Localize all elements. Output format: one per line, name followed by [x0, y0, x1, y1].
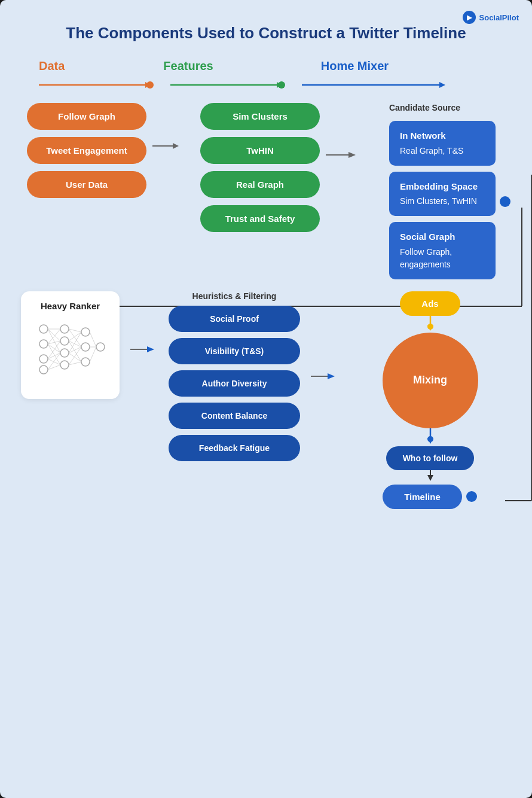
- svg-line-52: [90, 332, 96, 347]
- svg-line-31: [48, 329, 60, 341]
- feature-pill-trust-safety: Trust and Safety: [200, 205, 320, 232]
- mixing-column: Ads Mixing Who to foll: [349, 291, 511, 509]
- heuristics-column: Heuristics & Filtering Social Proof Visi…: [169, 291, 300, 461]
- feature-pill-real-graph: Real Graph: [200, 171, 320, 198]
- top-section: Follow Graph Tweet Engagement User Data …: [21, 103, 511, 279]
- heuristic-social-proof: Social Proof: [169, 306, 300, 332]
- data-to-features-arrow: [152, 139, 182, 153]
- svg-marker-9: [173, 143, 179, 149]
- data-pill-follow-graph: Follow Graph: [27, 103, 146, 130]
- flow-arrows-row: [21, 78, 511, 92]
- svg-marker-11: [348, 152, 356, 158]
- heavy-ranker-section: Heavy Ranker: [21, 291, 120, 399]
- mixing-circle: Mixing: [383, 333, 478, 428]
- svg-line-44: [69, 332, 81, 341]
- heuristic-visibility: Visibility (T&S): [169, 338, 300, 364]
- embedding-subtitle: Sim Clusters, TwHIN: [400, 195, 485, 208]
- svg-point-29: [96, 343, 105, 351]
- candidate-box-network: In Network Real Graph, T&S: [389, 121, 496, 166]
- timeline-pill: Timeline: [383, 485, 462, 509]
- social-graph-title: Social Graph: [400, 230, 485, 244]
- svg-point-12: [500, 196, 510, 207]
- features-label: Features: [163, 59, 213, 73]
- candidate-box-social-graph: Social Graph Follow Graph, engagements: [389, 222, 496, 279]
- page: ▶ SocialPilot The Components Used to Con…: [0, 0, 532, 798]
- candidate-right-dot: [499, 196, 511, 208]
- home-mixer-arrow: [296, 78, 451, 92]
- svg-point-26: [81, 328, 90, 336]
- ads-pill: Ads: [400, 291, 460, 316]
- network-subtitle: Real Graph, T&S: [400, 145, 485, 157]
- candidate-box-embedding: Embedding Space Sim Clusters, TwHIN: [389, 172, 496, 217]
- svg-line-54: [90, 347, 96, 362]
- heuristic-feedback-fatigue: Feedback Fatigue: [169, 435, 300, 461]
- data-arrow: [33, 78, 164, 92]
- data-pill-tweet-engagement: Tweet Engagement: [27, 137, 146, 164]
- logo-icon: ▶: [463, 11, 476, 24]
- svg-point-18: [39, 325, 48, 333]
- bottom-section: Heavy Ranker: [21, 291, 511, 509]
- heuristic-author-diversity: Author Diversity: [169, 370, 300, 397]
- ranker-to-heuristics-arrow: [130, 342, 158, 357]
- svg-point-21: [39, 366, 48, 374]
- heuristic-pills: Social Proof Visibility (T&S) Author Div…: [169, 306, 300, 461]
- logo: ▶ SocialPilot: [463, 11, 519, 24]
- network-title: In Network: [400, 129, 485, 143]
- mixing-to-who-arrow: [424, 428, 436, 446]
- logo-text: SocialPilot: [479, 13, 519, 22]
- svg-marker-56: [147, 346, 154, 352]
- svg-line-32: [48, 329, 60, 353]
- page-title: The Components Used to Construct a Twitt…: [21, 24, 511, 42]
- feature-pill-twhin: TwHIN: [200, 137, 320, 164]
- flow-labels: Data Features Home Mixer: [21, 59, 511, 73]
- svg-point-67: [466, 491, 477, 502]
- svg-marker-7: [439, 82, 445, 88]
- candidate-section: Candidate Source In Network Real Graph, …: [389, 103, 496, 279]
- candidate-label: Candidate Source: [389, 103, 496, 112]
- svg-line-49: [69, 353, 81, 362]
- svg-point-28: [81, 358, 90, 366]
- features-arrow: [164, 78, 296, 92]
- home-mixer-label: Home Mixer: [321, 59, 389, 73]
- svg-point-22: [60, 325, 69, 333]
- data-column: Follow Graph Tweet Engagement User Data: [27, 103, 146, 198]
- svg-point-27: [81, 343, 90, 351]
- data-label: Data: [39, 59, 65, 73]
- heavy-ranker-title: Heavy Ranker: [41, 301, 100, 311]
- heavy-ranker-box: Heavy Ranker: [21, 291, 120, 399]
- who-to-timeline-arrow: [424, 470, 436, 485]
- timeline-group: Timeline: [383, 485, 478, 509]
- data-pill-user-data: User Data: [27, 171, 146, 198]
- svg-point-19: [39, 340, 48, 348]
- features-to-candidate-arrow: [326, 148, 359, 162]
- svg-point-25: [60, 361, 69, 369]
- social-graph-subtitle: Follow Graph, engagements: [400, 246, 485, 271]
- bottom-row: Heavy Ranker: [21, 291, 511, 509]
- svg-line-35: [48, 344, 60, 353]
- svg-marker-58: [328, 373, 335, 379]
- ads-to-mixing-arrow: [424, 316, 436, 333]
- ads-group: Ads: [400, 291, 460, 333]
- neural-net-diagram: [35, 317, 106, 377]
- top-row: Follow Graph Tweet Engagement User Data …: [21, 103, 511, 279]
- svg-marker-66: [427, 475, 433, 481]
- svg-point-24: [60, 349, 69, 357]
- heuristics-to-mixing-arrow: [311, 369, 338, 383]
- who-to-follow-pill: Who to follow: [386, 446, 475, 470]
- heuristic-content-balance: Content Balance: [169, 403, 300, 429]
- svg-line-33: [48, 329, 60, 344]
- feature-pill-sim-clusters: Sim Clusters: [200, 103, 320, 130]
- features-column: Sim Clusters TwHIN Real Graph Trust and …: [200, 103, 320, 232]
- timeline-right-dot: [466, 491, 478, 502]
- heuristics-label: Heuristics & Filtering: [169, 291, 300, 301]
- svg-point-23: [60, 337, 69, 345]
- svg-point-20: [39, 355, 48, 363]
- embedding-title: Embedding Space: [400, 180, 485, 194]
